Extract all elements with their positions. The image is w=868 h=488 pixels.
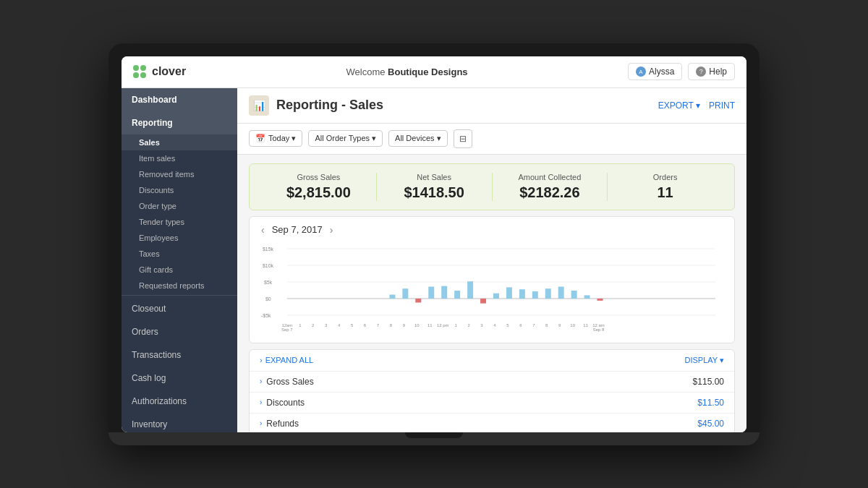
gross-sales-row-value: $115.00 <box>693 377 724 387</box>
bar-12 <box>454 291 460 299</box>
funnel-icon: ⊟ <box>459 134 467 144</box>
row-chevron-icon-2: › <box>260 398 262 406</box>
content-area: 📊 Reporting - Sales EXPORT ▾ PRINT 📅 <box>237 88 746 432</box>
today-filter[interactable]: 📅 Today ▾ <box>249 130 302 147</box>
svg-text:11: 11 <box>427 322 433 327</box>
bar-19 <box>545 288 551 299</box>
sidebar-item-sales[interactable]: Sales <box>122 134 237 150</box>
sidebar-item-authorizations[interactable]: Authorizations <box>122 390 237 413</box>
summary-orders: Orders 11 <box>607 173 723 201</box>
bottom-list: › EXPAND ALL DISPLAY ▾ › Gross Sales $11… <box>249 349 735 432</box>
svg-text:-$5k: -$5k <box>261 312 271 317</box>
svg-text:Sep 8: Sep 8 <box>593 327 605 331</box>
sidebar-item-discounts[interactable]: Discounts <box>122 182 237 198</box>
bar-20 <box>558 286 564 299</box>
svg-text:$0: $0 <box>265 296 271 301</box>
page-title: Reporting - Sales <box>276 98 383 113</box>
list-row-refunds: › Refunds $45.00 <box>250 414 734 432</box>
row-chevron-icon-3: › <box>260 419 262 427</box>
sidebar-item-removed-items[interactable]: Removed items <box>122 166 237 182</box>
sidebar-item-item-sales[interactable]: Item sales <box>122 150 237 166</box>
user-icon: A <box>636 67 646 77</box>
summary-cards: Gross Sales $2,815.00 Net Sales $1418.50… <box>249 163 735 210</box>
header-actions: EXPORT ▾ PRINT <box>658 100 735 111</box>
summary-gross-sales: Gross Sales $2,815.00 <box>261 173 376 201</box>
bar-17 <box>519 289 525 299</box>
svg-text:1: 1 <box>454 322 457 327</box>
sidebar-item-employees[interactable]: Employees <box>122 230 237 246</box>
help-button[interactable]: ? Help <box>688 63 735 80</box>
summary-amount-collected: Amount Collected $2182.26 <box>492 173 608 201</box>
svg-text:7: 7 <box>377 322 380 327</box>
bar-11 <box>441 286 447 298</box>
sidebar-item-reporting[interactable]: Reporting <box>122 111 237 134</box>
svg-text:12 pm: 12 pm <box>437 322 449 327</box>
net-sales-label: Net Sales <box>377 173 492 181</box>
sidebar-item-taxes[interactable]: Taxes <box>122 246 237 262</box>
sidebar-item-requested-reports[interactable]: Requested reports <box>122 278 237 294</box>
expand-all-button[interactable]: › EXPAND ALL <box>260 356 313 364</box>
row-chevron-icon: › <box>260 377 262 385</box>
bar-16 <box>506 287 512 299</box>
svg-text:6: 6 <box>364 322 367 327</box>
orders-value: 11 <box>608 184 723 201</box>
sidebar-item-tender-types[interactable]: Tender types <box>122 214 237 230</box>
chart-section: ‹ Sep 7, 2017 › <box>249 216 735 343</box>
orders-label: Orders <box>608 173 723 181</box>
list-row-discounts: › Discounts $11.50 <box>250 393 734 414</box>
bar-23 <box>597 299 603 301</box>
clover-logo-icon <box>133 65 148 78</box>
top-actions: A Alyssa ? Help <box>628 63 735 80</box>
sidebar-item-cash-log[interactable]: Cash log <box>122 367 237 390</box>
chart-prev-button[interactable]: ‹ <box>261 224 265 236</box>
svg-text:4: 4 <box>338 322 341 327</box>
bar-10 <box>428 286 434 299</box>
sidebar-item-inventory[interactable]: Inventory <box>122 413 237 432</box>
svg-text:4: 4 <box>493 322 496 327</box>
amount-collected-label: Amount Collected <box>493 173 608 181</box>
summary-net-sales: Net Sales $1418.50 <box>376 173 492 201</box>
bar-22 <box>584 295 590 299</box>
chart-area: $15k $10k $5k $0 -$5k <box>261 241 723 335</box>
svg-text:$10k: $10k <box>263 262 274 267</box>
svg-text:2: 2 <box>467 322 470 327</box>
bar-13 <box>467 281 473 299</box>
print-button[interactable]: PRINT <box>709 100 735 111</box>
svg-text:Sep 7: Sep 7 <box>281 327 293 331</box>
svg-text:5: 5 <box>351 322 354 327</box>
sidebar-item-gift-cards[interactable]: Gift cards <box>122 262 237 278</box>
list-row-gross-sales: › Gross Sales $115.00 <box>250 372 734 393</box>
chevron-right-icon: › <box>260 356 263 364</box>
svg-text:10: 10 <box>570 322 575 327</box>
bar-18 <box>532 291 538 298</box>
logo-area: clover <box>133 65 186 78</box>
svg-text:11: 11 <box>583 322 588 327</box>
amount-collected-value: $2182.26 <box>493 184 608 201</box>
svg-text:$15k: $15k <box>263 246 274 251</box>
chart-next-button[interactable]: › <box>330 224 333 236</box>
welcome-text: Welcome Boutique Designs <box>346 67 468 77</box>
export-button[interactable]: EXPORT ▾ <box>658 100 700 111</box>
svg-text:1: 1 <box>299 322 302 327</box>
calendar-icon: 📅 <box>255 134 265 143</box>
svg-text:8: 8 <box>390 322 393 327</box>
chart-nav: ‹ Sep 7, 2017 › <box>261 224 723 236</box>
net-sales-value: $1418.50 <box>377 184 492 201</box>
svg-text:6: 6 <box>519 322 522 327</box>
sidebar: Dashboard Reporting Sales Item sales Rem… <box>122 88 237 432</box>
sidebar-item-transactions[interactable]: Transactions <box>122 343 237 367</box>
sidebar-item-dashboard[interactable]: Dashboard <box>122 88 237 111</box>
devices-filter[interactable]: All Devices ▾ <box>388 130 447 147</box>
order-types-filter[interactable]: All Order Types ▾ <box>308 130 383 147</box>
gross-sales-row-label: › Gross Sales <box>260 377 314 387</box>
bar-9 <box>415 299 421 303</box>
sidebar-item-closeout[interactable]: Closeout <box>122 297 237 320</box>
filter-icon-button[interactable]: ⊟ <box>454 129 472 148</box>
user-button[interactable]: A Alyssa <box>628 63 682 80</box>
sidebar-item-orders[interactable]: Orders <box>122 320 237 343</box>
sidebar-item-order-type[interactable]: Order type <box>122 198 237 214</box>
display-button[interactable]: DISPLAY ▾ <box>684 356 724 365</box>
page-icon: 📊 <box>249 95 269 116</box>
bar-7 <box>389 294 395 299</box>
gross-sales-label: Gross Sales <box>261 173 376 181</box>
